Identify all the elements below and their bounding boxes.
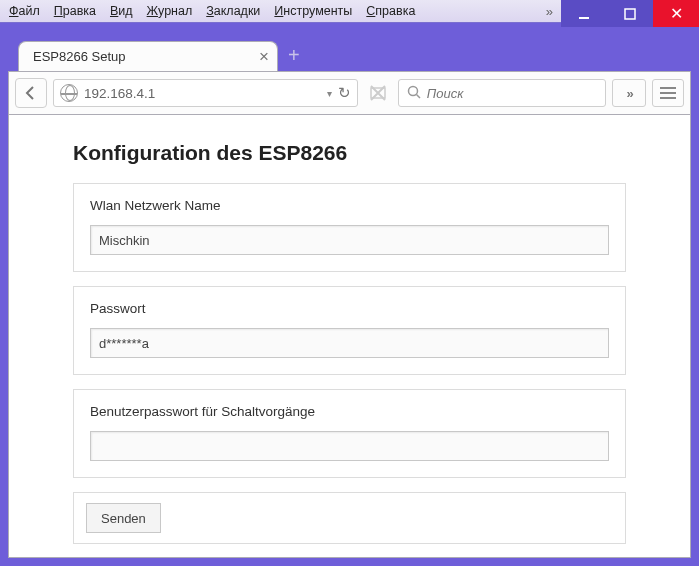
page-content: Konfiguration des ESP8266 Wlan Netzwerk …	[8, 115, 691, 558]
close-icon: ✕	[670, 4, 683, 23]
svg-point-3	[408, 86, 417, 95]
tab-close-icon[interactable]: ×	[259, 47, 269, 67]
browser-menubar: Файл Правка Вид Журнал Закладки Инструме…	[0, 0, 561, 23]
nav-back-button[interactable]	[15, 78, 47, 108]
window-minimize-button[interactable]	[561, 0, 607, 27]
browser-toolbar: ▾ ↻ »	[8, 71, 691, 115]
url-bar[interactable]: ▾ ↻	[53, 79, 358, 107]
password-label: Passwort	[90, 301, 609, 316]
shield-icon[interactable]	[364, 79, 392, 107]
reload-icon[interactable]: ↻	[338, 84, 351, 102]
ssid-label: Wlan Netzwerk Name	[90, 198, 609, 213]
new-tab-button[interactable]: +	[288, 44, 300, 67]
field-password: Passwort	[73, 286, 626, 375]
window-close-button[interactable]: ✕	[653, 0, 699, 27]
menu-file[interactable]: Файл	[2, 2, 47, 20]
menu-overflow-icon[interactable]: »	[538, 4, 559, 19]
url-dropdown-icon[interactable]: ▾	[327, 88, 332, 99]
arrow-left-icon	[23, 85, 39, 101]
userpassword-input[interactable]	[90, 431, 609, 461]
svg-rect-1	[625, 9, 635, 19]
ssid-input[interactable]	[90, 225, 609, 255]
field-ssid: Wlan Netzwerk Name	[73, 183, 626, 272]
tab-title: ESP8266 Setup	[33, 49, 126, 64]
search-icon	[407, 85, 421, 102]
menu-edit[interactable]: Правка	[47, 2, 103, 20]
search-input[interactable]	[427, 86, 597, 101]
menu-bookmarks[interactable]: Закладки	[199, 2, 267, 20]
svg-rect-0	[579, 17, 589, 19]
toolbar-overflow-button[interactable]: »	[612, 79, 646, 107]
submit-section: Senden	[73, 492, 626, 544]
userpassword-label: Benutzerpasswort für Schaltvorgänge	[90, 404, 609, 419]
minimize-icon	[578, 8, 590, 20]
search-bar[interactable]	[398, 79, 606, 107]
maximize-icon	[624, 8, 636, 20]
menu-help[interactable]: Справка	[359, 2, 422, 20]
url-input[interactable]	[84, 86, 321, 101]
window-maximize-button[interactable]	[607, 0, 653, 27]
browser-tab[interactable]: ESP8266 Setup ×	[18, 41, 278, 71]
page-heading: Konfiguration des ESP8266	[73, 141, 626, 165]
field-userpassword: Benutzerpasswort für Schaltvorgänge	[73, 389, 626, 478]
globe-icon	[60, 84, 78, 102]
tab-strip: ESP8266 Setup × +	[8, 27, 691, 71]
hamburger-menu-button[interactable]	[652, 79, 684, 107]
password-input[interactable]	[90, 328, 609, 358]
menu-history[interactable]: Журнал	[140, 2, 200, 20]
svg-line-4	[416, 94, 420, 98]
submit-button[interactable]: Senden	[86, 503, 161, 533]
menu-tools[interactable]: Инструменты	[267, 2, 359, 20]
menu-view[interactable]: Вид	[103, 2, 140, 20]
